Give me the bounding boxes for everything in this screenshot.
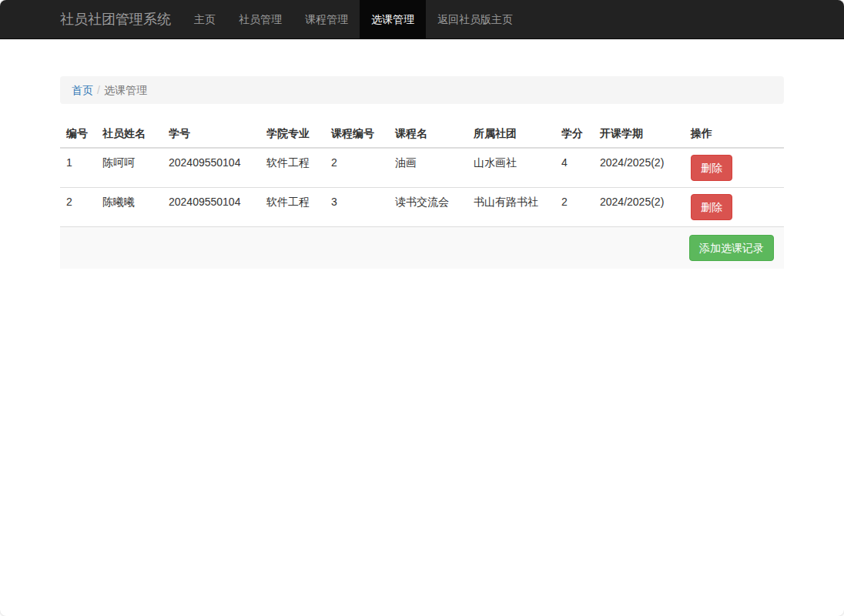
cell-club: 山水画社 [467, 148, 555, 188]
navbar-inner: 社员社团管理系统 主页 社员管理 课程管理 选课管理 返回社员版主页 [60, 0, 784, 38]
table-header-row: 编号 社员姓名 学号 学院专业 课程编号 课程名 所属社团 学分 开课学期 操作 [60, 119, 784, 148]
table-row: 2 陈曦曦 202409550104 软件工程 3 读书交流会 书山有路书社 2… [60, 188, 784, 227]
course-selection-table: 编号 社员姓名 学号 学院专业 课程编号 课程名 所属社团 学分 开课学期 操作… [60, 119, 784, 269]
cell-semester: 2024/2025(2) [594, 148, 685, 188]
cell-course-number: 3 [325, 188, 389, 227]
col-header-college-major: 学院专业 [260, 119, 325, 148]
breadcrumb: 首页 / 选课管理 [60, 76, 784, 104]
cell-college-major: 软件工程 [260, 148, 325, 188]
col-header-club: 所属社团 [467, 119, 555, 148]
nav-item-home[interactable]: 主页 [183, 0, 227, 38]
col-header-course-name: 课程名 [389, 119, 467, 148]
nav-item-course-management[interactable]: 课程管理 [293, 0, 360, 38]
navbar: 社员社团管理系统 主页 社员管理 课程管理 选课管理 返回社员版主页 [0, 0, 844, 39]
cell-credits: 4 [555, 148, 594, 188]
nav-item-member-management[interactable]: 社员管理 [227, 0, 293, 38]
browser-window: 社员社团管理系统 主页 社员管理 课程管理 选课管理 返回社员版主页 首页 / … [0, 0, 844, 616]
col-header-student-id: 学号 [162, 119, 260, 148]
cell-actions: 删除 [685, 148, 784, 188]
nav-item-back-to-member-home[interactable]: 返回社员版主页 [426, 0, 524, 38]
cell-number: 2 [60, 188, 96, 227]
cell-course-name: 读书交流会 [389, 188, 467, 227]
delete-button[interactable]: 删除 [691, 155, 732, 181]
cell-college-major: 软件工程 [260, 188, 325, 227]
cell-credits: 2 [555, 188, 594, 227]
cell-semester: 2024/2025(2) [594, 188, 685, 227]
col-header-actions: 操作 [685, 119, 784, 148]
breadcrumb-current: 选课管理 [104, 82, 147, 98]
table-footer-cell: 添加选课记录 [60, 227, 784, 270]
cell-course-name: 油画 [389, 148, 467, 188]
navbar-menu: 主页 社员管理 课程管理 选课管理 返回社员版主页 [183, 0, 524, 38]
cell-actions: 删除 [685, 188, 784, 227]
cell-number: 1 [60, 148, 96, 188]
breadcrumb-separator: / [93, 82, 104, 98]
cell-student-id: 202409550104 [162, 188, 260, 227]
col-header-course-number: 课程编号 [325, 119, 389, 148]
cell-student-id: 202409550104 [162, 148, 260, 188]
cell-member-name: 陈呵呵 [96, 148, 162, 188]
table-footer-row: 添加选课记录 [60, 227, 784, 270]
breadcrumb-home-link[interactable]: 首页 [72, 84, 93, 96]
col-header-credits: 学分 [555, 119, 594, 148]
cell-club: 书山有路书社 [467, 188, 555, 227]
main-content: 首页 / 选课管理 编号 社员姓名 学号 学院专业 课程编号 课程名 所属社团 [60, 76, 784, 269]
add-record-button[interactable]: 添加选课记录 [689, 235, 774, 261]
col-header-member-name: 社员姓名 [96, 119, 162, 148]
col-header-semester: 开课学期 [594, 119, 685, 148]
delete-button[interactable]: 删除 [691, 194, 732, 220]
nav-item-course-selection-management[interactable]: 选课管理 [360, 0, 426, 38]
cell-course-number: 2 [325, 148, 389, 188]
navbar-brand[interactable]: 社员社团管理系统 [60, 0, 171, 38]
col-header-number: 编号 [60, 119, 96, 148]
table-row: 1 陈呵呵 202409550104 软件工程 2 油画 山水画社 4 2024… [60, 148, 784, 188]
cell-member-name: 陈曦曦 [96, 188, 162, 227]
